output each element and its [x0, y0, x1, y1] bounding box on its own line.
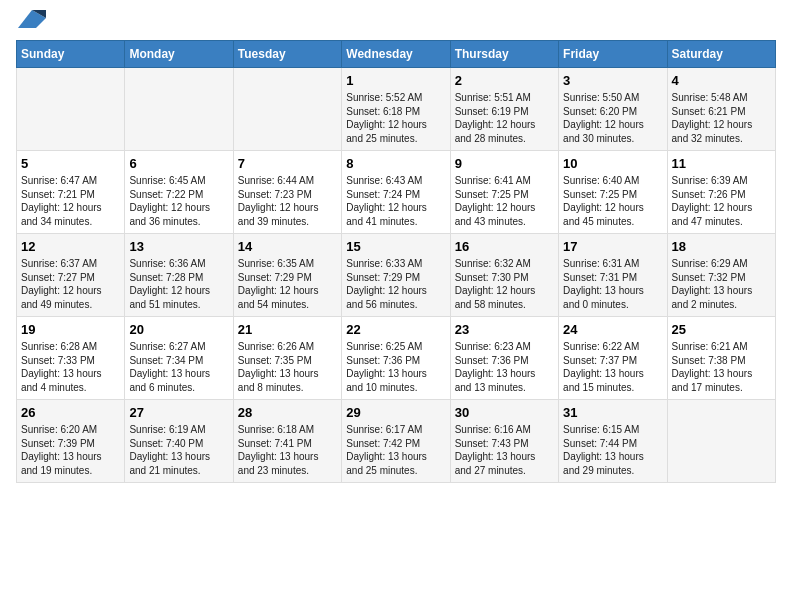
- calendar-cell: 28Sunrise: 6:18 AMSunset: 7:41 PMDayligh…: [233, 400, 341, 483]
- day-info: Sunrise: 6:26 AMSunset: 7:35 PMDaylight:…: [238, 340, 337, 394]
- day-info: Sunrise: 6:37 AMSunset: 7:27 PMDaylight:…: [21, 257, 120, 311]
- calendar-week-row: 5Sunrise: 6:47 AMSunset: 7:21 PMDaylight…: [17, 151, 776, 234]
- calendar-cell: 18Sunrise: 6:29 AMSunset: 7:32 PMDayligh…: [667, 234, 775, 317]
- day-number: 19: [21, 322, 120, 337]
- calendar-cell: 31Sunrise: 6:15 AMSunset: 7:44 PMDayligh…: [559, 400, 667, 483]
- weekday-header-row: SundayMondayTuesdayWednesdayThursdayFrid…: [17, 41, 776, 68]
- day-number: 4: [672, 73, 771, 88]
- day-info: Sunrise: 6:44 AMSunset: 7:23 PMDaylight:…: [238, 174, 337, 228]
- day-number: 26: [21, 405, 120, 420]
- calendar-cell: 2Sunrise: 5:51 AMSunset: 6:19 PMDaylight…: [450, 68, 558, 151]
- calendar-cell: 30Sunrise: 6:16 AMSunset: 7:43 PMDayligh…: [450, 400, 558, 483]
- day-number: 9: [455, 156, 554, 171]
- calendar-cell: 20Sunrise: 6:27 AMSunset: 7:34 PMDayligh…: [125, 317, 233, 400]
- calendar-cell: 19Sunrise: 6:28 AMSunset: 7:33 PMDayligh…: [17, 317, 125, 400]
- day-number: 1: [346, 73, 445, 88]
- day-number: 21: [238, 322, 337, 337]
- calendar-cell: 1Sunrise: 5:52 AMSunset: 6:18 PMDaylight…: [342, 68, 450, 151]
- logo: [16, 16, 46, 28]
- day-info: Sunrise: 6:21 AMSunset: 7:38 PMDaylight:…: [672, 340, 771, 394]
- calendar-cell: 11Sunrise: 6:39 AMSunset: 7:26 PMDayligh…: [667, 151, 775, 234]
- calendar-cell: 12Sunrise: 6:37 AMSunset: 7:27 PMDayligh…: [17, 234, 125, 317]
- calendar-cell: 5Sunrise: 6:47 AMSunset: 7:21 PMDaylight…: [17, 151, 125, 234]
- day-info: Sunrise: 6:47 AMSunset: 7:21 PMDaylight:…: [21, 174, 120, 228]
- weekday-header-friday: Friday: [559, 41, 667, 68]
- weekday-header-sunday: Sunday: [17, 41, 125, 68]
- day-number: 12: [21, 239, 120, 254]
- day-info: Sunrise: 6:25 AMSunset: 7:36 PMDaylight:…: [346, 340, 445, 394]
- day-number: 5: [21, 156, 120, 171]
- day-info: Sunrise: 6:23 AMSunset: 7:36 PMDaylight:…: [455, 340, 554, 394]
- day-info: Sunrise: 6:20 AMSunset: 7:39 PMDaylight:…: [21, 423, 120, 477]
- day-info: Sunrise: 6:17 AMSunset: 7:42 PMDaylight:…: [346, 423, 445, 477]
- day-number: 20: [129, 322, 228, 337]
- day-number: 22: [346, 322, 445, 337]
- day-number: 3: [563, 73, 662, 88]
- calendar-table: SundayMondayTuesdayWednesdayThursdayFrid…: [16, 40, 776, 483]
- calendar-cell: [667, 400, 775, 483]
- calendar-cell: 29Sunrise: 6:17 AMSunset: 7:42 PMDayligh…: [342, 400, 450, 483]
- day-number: 13: [129, 239, 228, 254]
- day-info: Sunrise: 6:28 AMSunset: 7:33 PMDaylight:…: [21, 340, 120, 394]
- day-info: Sunrise: 6:29 AMSunset: 7:32 PMDaylight:…: [672, 257, 771, 311]
- day-info: Sunrise: 5:50 AMSunset: 6:20 PMDaylight:…: [563, 91, 662, 145]
- day-info: Sunrise: 6:15 AMSunset: 7:44 PMDaylight:…: [563, 423, 662, 477]
- day-number: 8: [346, 156, 445, 171]
- day-info: Sunrise: 6:16 AMSunset: 7:43 PMDaylight:…: [455, 423, 554, 477]
- calendar-cell: [17, 68, 125, 151]
- day-info: Sunrise: 6:40 AMSunset: 7:25 PMDaylight:…: [563, 174, 662, 228]
- calendar-week-row: 1Sunrise: 5:52 AMSunset: 6:18 PMDaylight…: [17, 68, 776, 151]
- calendar-week-row: 19Sunrise: 6:28 AMSunset: 7:33 PMDayligh…: [17, 317, 776, 400]
- calendar-cell: 3Sunrise: 5:50 AMSunset: 6:20 PMDaylight…: [559, 68, 667, 151]
- day-info: Sunrise: 6:31 AMSunset: 7:31 PMDaylight:…: [563, 257, 662, 311]
- weekday-header-monday: Monday: [125, 41, 233, 68]
- calendar-cell: 13Sunrise: 6:36 AMSunset: 7:28 PMDayligh…: [125, 234, 233, 317]
- day-info: Sunrise: 6:32 AMSunset: 7:30 PMDaylight:…: [455, 257, 554, 311]
- calendar-cell: 9Sunrise: 6:41 AMSunset: 7:25 PMDaylight…: [450, 151, 558, 234]
- day-number: 24: [563, 322, 662, 337]
- day-number: 17: [563, 239, 662, 254]
- weekday-header-thursday: Thursday: [450, 41, 558, 68]
- calendar-cell: 14Sunrise: 6:35 AMSunset: 7:29 PMDayligh…: [233, 234, 341, 317]
- day-number: 29: [346, 405, 445, 420]
- day-info: Sunrise: 5:52 AMSunset: 6:18 PMDaylight:…: [346, 91, 445, 145]
- day-number: 23: [455, 322, 554, 337]
- calendar-cell: [233, 68, 341, 151]
- calendar-cell: 22Sunrise: 6:25 AMSunset: 7:36 PMDayligh…: [342, 317, 450, 400]
- day-number: 27: [129, 405, 228, 420]
- day-number: 30: [455, 405, 554, 420]
- day-number: 2: [455, 73, 554, 88]
- day-number: 16: [455, 239, 554, 254]
- day-number: 14: [238, 239, 337, 254]
- day-info: Sunrise: 6:41 AMSunset: 7:25 PMDaylight:…: [455, 174, 554, 228]
- calendar-cell: 21Sunrise: 6:26 AMSunset: 7:35 PMDayligh…: [233, 317, 341, 400]
- day-info: Sunrise: 6:33 AMSunset: 7:29 PMDaylight:…: [346, 257, 445, 311]
- day-info: Sunrise: 6:22 AMSunset: 7:37 PMDaylight:…: [563, 340, 662, 394]
- calendar-cell: 16Sunrise: 6:32 AMSunset: 7:30 PMDayligh…: [450, 234, 558, 317]
- day-info: Sunrise: 6:43 AMSunset: 7:24 PMDaylight:…: [346, 174, 445, 228]
- calendar-cell: 6Sunrise: 6:45 AMSunset: 7:22 PMDaylight…: [125, 151, 233, 234]
- day-number: 18: [672, 239, 771, 254]
- calendar-cell: 4Sunrise: 5:48 AMSunset: 6:21 PMDaylight…: [667, 68, 775, 151]
- logo-icon: [18, 10, 46, 28]
- page-header: [16, 16, 776, 28]
- day-number: 28: [238, 405, 337, 420]
- day-info: Sunrise: 6:36 AMSunset: 7:28 PMDaylight:…: [129, 257, 228, 311]
- day-number: 15: [346, 239, 445, 254]
- calendar-cell: 17Sunrise: 6:31 AMSunset: 7:31 PMDayligh…: [559, 234, 667, 317]
- day-info: Sunrise: 6:19 AMSunset: 7:40 PMDaylight:…: [129, 423, 228, 477]
- calendar-cell: 25Sunrise: 6:21 AMSunset: 7:38 PMDayligh…: [667, 317, 775, 400]
- day-number: 6: [129, 156, 228, 171]
- day-info: Sunrise: 6:18 AMSunset: 7:41 PMDaylight:…: [238, 423, 337, 477]
- calendar-cell: 27Sunrise: 6:19 AMSunset: 7:40 PMDayligh…: [125, 400, 233, 483]
- day-info: Sunrise: 6:39 AMSunset: 7:26 PMDaylight:…: [672, 174, 771, 228]
- weekday-header-tuesday: Tuesday: [233, 41, 341, 68]
- calendar-cell: 23Sunrise: 6:23 AMSunset: 7:36 PMDayligh…: [450, 317, 558, 400]
- day-number: 25: [672, 322, 771, 337]
- calendar-cell: 8Sunrise: 6:43 AMSunset: 7:24 PMDaylight…: [342, 151, 450, 234]
- weekday-header-saturday: Saturday: [667, 41, 775, 68]
- calendar-cell: 24Sunrise: 6:22 AMSunset: 7:37 PMDayligh…: [559, 317, 667, 400]
- calendar-cell: 26Sunrise: 6:20 AMSunset: 7:39 PMDayligh…: [17, 400, 125, 483]
- day-info: Sunrise: 6:35 AMSunset: 7:29 PMDaylight:…: [238, 257, 337, 311]
- calendar-week-row: 26Sunrise: 6:20 AMSunset: 7:39 PMDayligh…: [17, 400, 776, 483]
